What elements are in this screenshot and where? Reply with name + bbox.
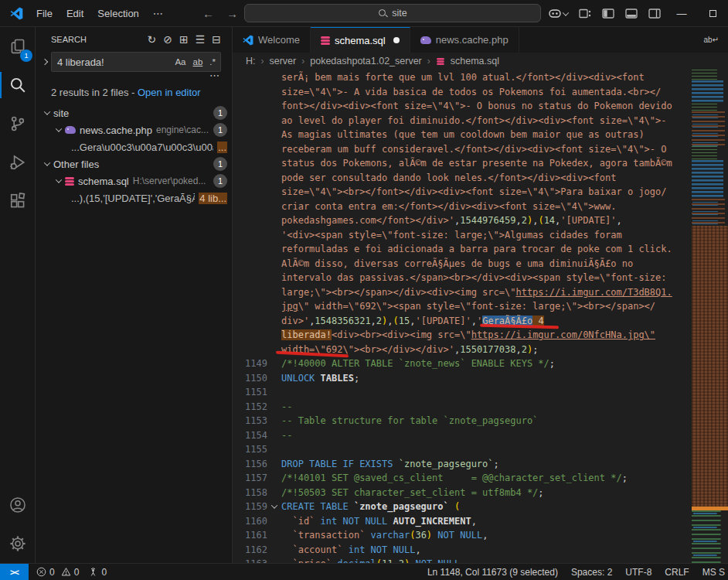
code-line[interactable]: 1155 xyxy=(233,442,728,457)
breadcrumb-item[interactable]: server xyxy=(270,56,297,67)
code-line[interactable]: large;\"><br></span></div><div><img src=… xyxy=(233,285,728,300)
code-line[interactable]: 1154-- xyxy=(233,428,728,443)
language-mode[interactable]: MS S xyxy=(702,567,725,578)
run-debug-icon[interactable] xyxy=(0,143,35,182)
folder-row-site[interactable]: site 1 xyxy=(36,104,232,121)
breadcrumb-item[interactable]: H: xyxy=(246,56,256,67)
open-new-search-editor-icon[interactable]: ⊞ xyxy=(179,34,189,45)
code-line[interactable]: As magias ultimates (que tem um cooldown… xyxy=(233,128,728,142)
code-line[interactable]: size=\"4\">- A vida basica de todos os P… xyxy=(233,85,728,100)
command-center-search[interactable]: site xyxy=(244,4,541,22)
settings-gear-icon[interactable] xyxy=(0,524,35,563)
match-row-schema-sql[interactable]: ...),(15,'[UPDATE]','GeraÃ§Ã£o 4 lib... xyxy=(36,189,232,206)
code-line[interactable]: 1158/*!50503 SET character_set_client = … xyxy=(233,486,728,500)
code-line[interactable]: 1160 `id` int NOT NULL AUTO_INCREMENT, xyxy=(233,514,728,529)
view-as-list-icon[interactable]: ☰ xyxy=(196,34,206,45)
breadcrumb-item[interactable]: schema.sql xyxy=(451,56,499,67)
menu-overflow[interactable]: ⋯ xyxy=(146,5,170,22)
tab-news-cache-php[interactable]: news.cache.php xyxy=(410,27,519,53)
tab-schema-sql[interactable]: schema.sql xyxy=(311,27,410,53)
folder-row-other-files[interactable]: Other files 1 xyxy=(36,155,232,172)
code-line[interactable]: serÃ¡ bem mais forte que um lvl 100 atua… xyxy=(233,70,728,85)
remote-indicator[interactable]: >< xyxy=(0,564,29,580)
code-line[interactable]: 1163 `price` decimal(11,2) NOT NULL, xyxy=(233,557,728,563)
customize-layout-icon[interactable] xyxy=(573,0,597,27)
code-line[interactable]: 1153-- Table structure for table `znote_… xyxy=(233,414,728,428)
code-editor[interactable]: serÃ¡ bem mais forte que um lvl 100 atua… xyxy=(233,70,728,563)
maximize-icon[interactable] xyxy=(697,0,728,27)
toggle-primary-sidebar-icon[interactable] xyxy=(597,0,620,27)
code-line[interactable]: 1159CREATE TABLE `znote_pagseguro` ( xyxy=(233,500,728,514)
open-in-editor-link[interactable]: Open in editor xyxy=(138,87,201,98)
extensions-icon[interactable] xyxy=(0,182,35,220)
indentation[interactable]: Spaces: 2 xyxy=(571,567,612,578)
code-line[interactable]: size=\"4\"><br></font></div><div><font s… xyxy=(233,185,728,200)
code-line[interactable]: '<div><span style=\"font-size: large;\">… xyxy=(233,228,728,243)
file-row-news-cache-php[interactable]: news.cache.php engine\cac... 1 xyxy=(36,121,232,138)
accounts-icon[interactable] xyxy=(0,486,35,524)
code-line[interactable]: AlÃ©m disso, diversas correÃ§Ãµes de bug… xyxy=(233,257,728,271)
forward-arrow-icon[interactable]: → xyxy=(226,7,238,20)
breadcrumb-item[interactable]: pokedashpota1.02_server xyxy=(310,56,422,67)
refresh-icon[interactable]: ↻ xyxy=(148,34,157,45)
code-line[interactable]: jpg\" width=\"692\"><span style=\"font-s… xyxy=(233,299,728,314)
code-line[interactable]: 1150UNLOCK TABLES; xyxy=(233,371,728,386)
result-count-badge: 1 xyxy=(213,123,227,137)
menu-edit[interactable]: Edit xyxy=(60,5,90,22)
chevron-down-icon xyxy=(56,176,62,183)
tab-welcome[interactable]: Welcome xyxy=(233,27,311,53)
match-case-toggle[interactable]: Aa xyxy=(172,56,188,67)
code-line[interactable]: liberada!<div><br><div><img src=\"https:… xyxy=(233,328,728,343)
whole-word-toggle[interactable]: ab xyxy=(191,56,206,67)
code-line[interactable]: ao level do player foi diminuido.</font>… xyxy=(233,114,728,128)
match-row-news-cache[interactable]: ...Gera\u00c3\u00a7\u00c3\u00a3... xyxy=(36,138,232,155)
code-line[interactable]: pode ser consultado dando look neles.</f… xyxy=(233,171,728,186)
cursor-position[interactable]: Ln 1148, Col 11673 (9 selected) xyxy=(427,567,558,578)
search-view-icon[interactable] xyxy=(0,66,35,104)
code-line[interactable]: 1156DROP TABLE IF EXISTS `znote_pagsegur… xyxy=(233,457,728,472)
toggle-search-details-icon[interactable]: ⋯ xyxy=(209,72,219,81)
collapse-all-icon[interactable]: ⊟ xyxy=(212,34,221,45)
code-line[interactable]: 1151 xyxy=(233,385,728,400)
menu-file[interactable]: File xyxy=(29,5,60,22)
problems-indicator[interactable]: 0 0 xyxy=(36,567,79,578)
search-input[interactable] xyxy=(57,56,172,68)
code-line[interactable]: criar conta entra em:</font></div><div><… xyxy=(233,200,728,214)
code-line[interactable]: font></div><div><font size=\"4\">- O bon… xyxy=(233,99,728,114)
breadcrumb: H:› server› pokedashpota1.02_server› sch… xyxy=(233,53,728,70)
code-line[interactable]: intervalo das passivas.</span><br></div>… xyxy=(233,271,728,285)
code-line[interactable]: 1152-- xyxy=(233,400,728,415)
fold-chevron-icon[interactable] xyxy=(271,503,277,509)
toggle-replace-chevron-icon[interactable] xyxy=(39,60,51,64)
editor-group: Welcome schema.sql news.cache.php ab↵ H:… xyxy=(233,27,728,563)
code-line[interactable]: pokedashgames.com</font></div>',15449764… xyxy=(233,213,728,228)
file-row-schema-sql[interactable]: schema.sql H:\server\poked... 1 xyxy=(36,172,232,189)
code-line[interactable]: 1157/*!40101 SET @saved_cs_client = @@ch… xyxy=(233,471,728,486)
explorer-icon[interactable]: 1 xyxy=(0,27,35,66)
eol-sequence[interactable]: CRLF xyxy=(665,567,689,578)
minimap[interactable] xyxy=(692,70,728,563)
modified-dot-icon[interactable] xyxy=(393,37,400,43)
chevron-down-icon xyxy=(56,125,62,131)
minimize-icon[interactable]: — xyxy=(666,0,697,27)
code-line[interactable]: receberam um buff consideravel.</font></… xyxy=(233,142,728,157)
toggle-panel-icon[interactable] xyxy=(620,0,643,27)
regex-toggle[interactable]: .* xyxy=(207,56,218,67)
code-line[interactable]: 1161 `transaction` varchar(36) NOT NULL, xyxy=(233,528,728,543)
chevron-down-icon xyxy=(562,9,568,15)
clear-search-results-icon[interactable]: ⊘ xyxy=(163,34,172,45)
word-wrap-icon[interactable]: ab↵ xyxy=(703,36,719,44)
ports-indicator[interactable]: 0 xyxy=(88,567,107,578)
copilot-button[interactable] xyxy=(543,0,573,27)
tab-bar: Welcome schema.sql news.cache.php ab↵ xyxy=(233,27,728,53)
code-line[interactable]: 1162 `account` int NOT NULL, xyxy=(233,543,728,558)
code-line[interactable]: status dos Pokemons, alÃ©m de estar pres… xyxy=(233,156,728,171)
menu-selection[interactable]: Selection xyxy=(90,5,145,22)
source-control-icon[interactable] xyxy=(0,104,35,143)
encoding[interactable]: UTF-8 xyxy=(625,567,651,578)
back-arrow-icon[interactable]: ← xyxy=(202,7,214,20)
code-line[interactable]: reformuladas e foi adicionada a barra pa… xyxy=(233,242,728,257)
code-line[interactable]: 1149/*!40000 ALTER TABLE `znote_news` EN… xyxy=(233,357,728,371)
toggle-secondary-sidebar-icon[interactable] xyxy=(643,0,666,27)
activity-bar: 1 xyxy=(0,27,36,563)
